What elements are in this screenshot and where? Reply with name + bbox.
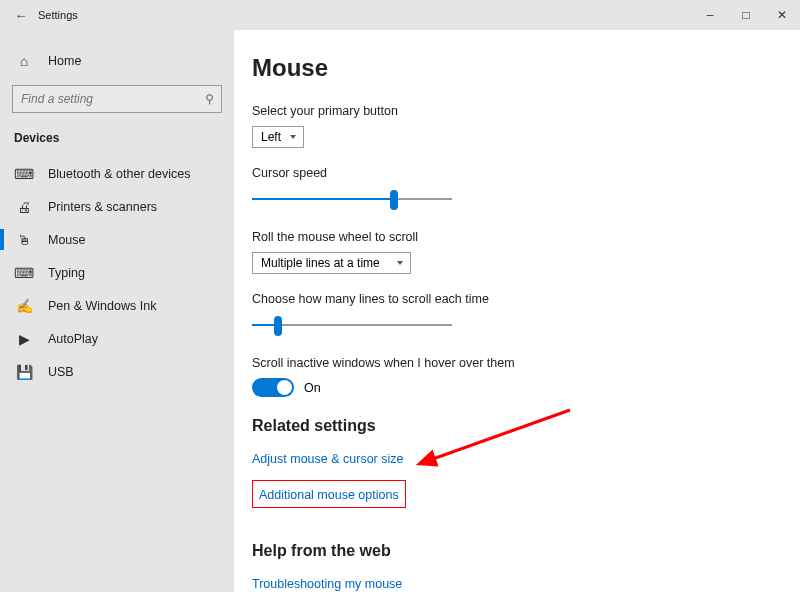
- primary-button-value: Left: [261, 130, 281, 144]
- inactive-toggle-row: On: [252, 378, 782, 397]
- inactive-toggle[interactable]: [252, 378, 294, 397]
- search-icon: ⚲: [205, 92, 214, 106]
- sidebar-item-label: Printers & scanners: [48, 200, 157, 214]
- close-button[interactable]: ✕: [764, 0, 800, 30]
- link-cursor-size[interactable]: Adjust mouse & cursor size: [252, 452, 403, 466]
- search-input[interactable]: [12, 85, 222, 113]
- slider-thumb[interactable]: [390, 190, 398, 210]
- cursor-speed-label: Cursor speed: [252, 166, 782, 180]
- usb-icon: 💾: [14, 364, 34, 380]
- slider-thumb[interactable]: [274, 316, 282, 336]
- printer-icon: 🖨: [14, 199, 34, 215]
- window-controls: – □ ✕: [692, 0, 800, 30]
- search-wrap: ⚲: [12, 85, 222, 113]
- minimize-button[interactable]: –: [692, 0, 728, 30]
- sidebar-item-label: Bluetooth & other devices: [48, 167, 190, 181]
- link-additional-mouse-options[interactable]: Additional mouse options: [259, 488, 399, 502]
- window-title: Settings: [38, 9, 692, 21]
- primary-button-label: Select your primary button: [252, 104, 782, 118]
- pen-icon: ✍: [14, 298, 34, 314]
- bluetooth-icon: ⌨: [14, 166, 34, 182]
- titlebar: ← Settings – □ ✕: [0, 0, 800, 30]
- sidebar-item-mouse[interactable]: 🖱 Mouse: [0, 223, 234, 256]
- sidebar-item-bluetooth[interactable]: ⌨ Bluetooth & other devices: [0, 157, 234, 190]
- sidebar: ⌂ Home ⚲ Devices ⌨ Bluetooth & other dev…: [0, 30, 234, 592]
- keyboard-icon: ⌨: [14, 265, 34, 281]
- sidebar-item-pen[interactable]: ✍ Pen & Windows Ink: [0, 289, 234, 322]
- home-nav[interactable]: ⌂ Home: [0, 44, 234, 77]
- home-label: Home: [48, 54, 81, 68]
- slider-track: [252, 324, 452, 326]
- maximize-button[interactable]: □: [728, 0, 764, 30]
- sidebar-item-autoplay[interactable]: ▶ AutoPlay: [0, 322, 234, 355]
- back-button[interactable]: ←: [12, 8, 30, 23]
- autoplay-icon: ▶: [14, 331, 34, 347]
- home-icon: ⌂: [14, 53, 34, 69]
- primary-button-dropdown[interactable]: Left: [252, 126, 304, 148]
- related-heading: Related settings: [252, 417, 782, 435]
- sidebar-item-typing[interactable]: ⌨ Typing: [0, 256, 234, 289]
- cursor-speed-slider[interactable]: [252, 188, 452, 212]
- link-troubleshoot[interactable]: Troubleshooting my mouse: [252, 577, 402, 591]
- annotation-highlight: Additional mouse options: [252, 480, 406, 508]
- main-content: Mouse Select your primary button Left Cu…: [234, 30, 800, 592]
- sidebar-item-label: Pen & Windows Ink: [48, 299, 156, 313]
- inactive-label: Scroll inactive windows when I hover ove…: [252, 356, 782, 370]
- sidebar-item-printers[interactable]: 🖨 Printers & scanners: [0, 190, 234, 223]
- sidebar-item-label: Mouse: [48, 233, 86, 247]
- scroll-mode-dropdown[interactable]: Multiple lines at a time: [252, 252, 411, 274]
- scroll-mode-value: Multiple lines at a time: [261, 256, 380, 270]
- sidebar-item-label: Typing: [48, 266, 85, 280]
- lines-label: Choose how many lines to scroll each tim…: [252, 292, 782, 306]
- page-title: Mouse: [252, 54, 782, 82]
- scroll-mode-label: Roll the mouse wheel to scroll: [252, 230, 782, 244]
- sidebar-item-usb[interactable]: 💾 USB: [0, 355, 234, 388]
- lines-slider[interactable]: [252, 314, 452, 338]
- mouse-icon: 🖱: [14, 232, 34, 248]
- toggle-state: On: [304, 381, 321, 395]
- sidebar-item-label: USB: [48, 365, 74, 379]
- slider-fill: [252, 198, 394, 200]
- toggle-knob: [277, 380, 292, 395]
- category-header: Devices: [0, 127, 234, 157]
- help-heading: Help from the web: [252, 542, 782, 560]
- sidebar-item-label: AutoPlay: [48, 332, 98, 346]
